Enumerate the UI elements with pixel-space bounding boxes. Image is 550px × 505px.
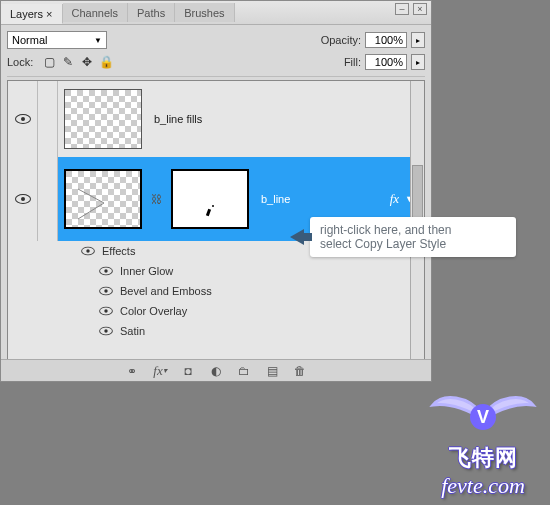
fx-menu-icon[interactable]: fx▾: [151, 363, 169, 379]
layer-thumbnail[interactable]: [64, 169, 142, 229]
layers-panel: Layers × Channels Paths Brushes – × Norm…: [0, 0, 432, 382]
new-layer-icon[interactable]: ▤: [263, 364, 281, 378]
layer-name: b_line fills: [148, 113, 202, 125]
lock-all-icon[interactable]: 🔒: [98, 54, 114, 70]
layer-thumbnail[interactable]: [64, 89, 142, 149]
effect-label: Color Overlay: [120, 305, 187, 317]
panel-footer: ⚭ fx▾ ◘ ◐ 🗀 ▤ 🗑: [1, 359, 431, 381]
tab-brushes[interactable]: Brushes: [175, 3, 234, 22]
fill-flyout[interactable]: ▸: [411, 54, 425, 70]
tab-layers[interactable]: Layers ×: [1, 4, 63, 24]
logo-cn-text: 飞特网: [428, 443, 538, 473]
tooltip-callout: right-click here, and then select Copy L…: [310, 217, 516, 257]
fill-input[interactable]: 100%: [365, 54, 407, 70]
lock-label: Lock:: [7, 56, 33, 68]
lock-transparent-icon[interactable]: ▢: [41, 54, 57, 70]
minimize-button[interactable]: –: [395, 3, 409, 15]
chevron-down-icon: ▼: [94, 36, 102, 45]
effect-label: Satin: [120, 325, 145, 337]
effect-label: Bevel and Emboss: [120, 285, 212, 297]
callout-line: right-click here, and then: [320, 223, 451, 237]
eye-icon[interactable]: [99, 287, 113, 296]
arrow-left-icon: [290, 229, 304, 245]
logo-en-text: fevte.com: [428, 473, 538, 499]
svg-text:V: V: [477, 407, 489, 427]
layer-row-bline-fills[interactable]: b_line fills: [8, 81, 424, 157]
opacity-input[interactable]: 100%: [365, 32, 407, 48]
fx-badge[interactable]: fx: [390, 191, 399, 207]
blend-mode-select[interactable]: Normal ▼: [7, 31, 107, 49]
tab-paths[interactable]: Paths: [128, 3, 175, 22]
eye-icon[interactable]: [15, 114, 31, 124]
effect-bevel-emboss[interactable]: Bevel and Emboss: [80, 281, 424, 301]
add-mask-icon[interactable]: ◘: [179, 364, 197, 378]
delete-layer-icon[interactable]: 🗑: [291, 364, 309, 378]
blend-mode-value: Normal: [12, 34, 47, 46]
lock-brush-icon[interactable]: ✎: [60, 54, 76, 70]
lock-move-icon[interactable]: ✥: [79, 54, 95, 70]
new-group-icon[interactable]: 🗀: [235, 364, 253, 378]
eye-icon[interactable]: [99, 327, 113, 336]
opacity-label: Opacity:: [321, 34, 361, 46]
adjustment-icon[interactable]: ◐: [207, 364, 225, 378]
eye-icon[interactable]: [99, 307, 113, 316]
mask-thumbnail[interactable]: [171, 169, 249, 229]
wings-icon: V: [428, 385, 538, 443]
effect-color-overlay[interactable]: Color Overlay: [80, 301, 424, 321]
opacity-flyout[interactable]: ▸: [411, 32, 425, 48]
mask-link-icon[interactable]: ⛓: [148, 193, 165, 205]
panel-tabs: Layers × Channels Paths Brushes – ×: [1, 1, 431, 25]
watermark-logo: V 飞特网 fevte.com: [428, 385, 538, 499]
effects-label: Effects: [102, 245, 135, 257]
effect-label: Inner Glow: [120, 265, 173, 277]
fill-label: Fill:: [344, 56, 361, 68]
effect-satin[interactable]: Satin: [80, 321, 424, 341]
callout-line: select Copy Layer Style: [320, 237, 451, 251]
close-button[interactable]: ×: [413, 3, 427, 15]
link-layers-icon[interactable]: ⚭: [123, 364, 141, 378]
effect-inner-glow[interactable]: Inner Glow: [80, 261, 424, 281]
layer-name: b_line: [255, 193, 290, 205]
eye-icon[interactable]: [15, 194, 31, 204]
tab-label: Layers: [10, 8, 43, 20]
vector-path: [74, 185, 114, 221]
tab-channels[interactable]: Channels: [63, 3, 128, 22]
eye-icon[interactable]: [99, 267, 113, 276]
eye-icon[interactable]: [81, 247, 95, 256]
